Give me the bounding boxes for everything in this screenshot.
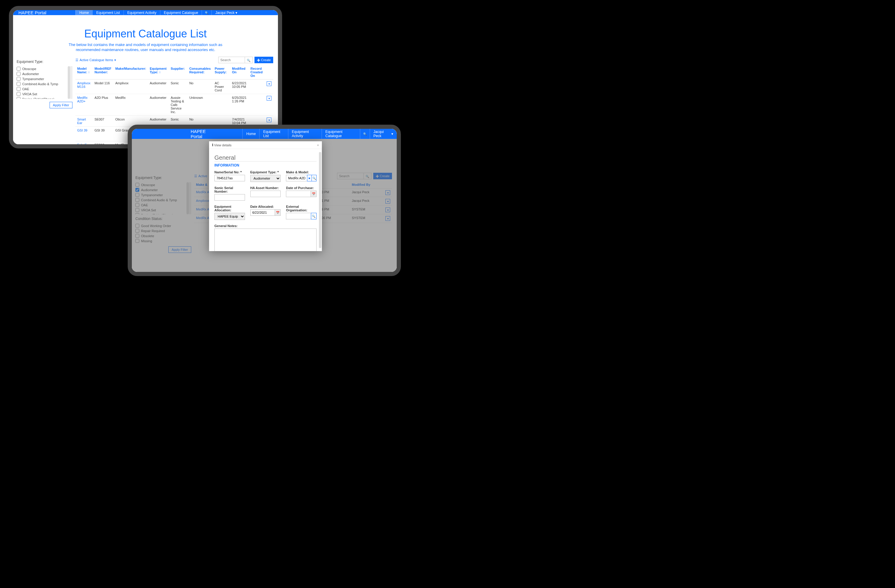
alloc-label: Equipment Allocation: <box>214 205 245 212</box>
navbar-2: HAPEE Portal Home Equipment List Equipme… <box>132 129 397 139</box>
dop-calendar-button[interactable] <box>311 191 317 197</box>
makemodel-label: Make & Model: <box>286 170 317 174</box>
filter-label: VROA Set <box>22 92 37 96</box>
tablet-details: HAPEE Portal Home Equipment List Equipme… <box>128 125 401 276</box>
extorg-input[interactable] <box>286 213 311 219</box>
model-link[interactable]: MedRx A2D+ <box>76 94 93 116</box>
eqtype-select[interactable]: Audiometer <box>250 175 281 182</box>
row-menu-button[interactable] <box>267 96 272 101</box>
row-menu-button[interactable] <box>267 118 272 122</box>
nav-user[interactable]: Jacqui Peck <box>211 10 241 15</box>
datealloc-calendar-button[interactable] <box>275 209 281 216</box>
modal-section: INFORMATION <box>214 163 317 167</box>
nav2-equipment-list[interactable]: Equipment List <box>259 129 288 139</box>
filter-option[interactable]: Device (Tablet/Phone) <box>17 97 68 99</box>
info-icon <box>212 143 213 147</box>
notes-label: General Notes: <box>214 224 317 228</box>
filter-option[interactable]: Audiometer <box>17 71 68 76</box>
nav-equipment-catalogue[interactable]: Equipment Catalogue <box>160 10 202 15</box>
filter-option[interactable]: OAE <box>17 86 68 91</box>
column-header[interactable]: Consumables Required: <box>187 65 213 80</box>
row-menu-button[interactable] <box>267 81 272 86</box>
extorg-label: External Organisation: <box>286 205 317 212</box>
sonic-input[interactable] <box>214 194 245 201</box>
extorg-search-button[interactable] <box>311 213 317 219</box>
apply-filter-button[interactable]: Apply Filter <box>50 102 73 108</box>
column-header[interactable]: Make/Manufacturer: <box>114 65 148 80</box>
filter-checkbox[interactable] <box>17 77 20 81</box>
nav-search-icon[interactable] <box>202 10 211 15</box>
model-link[interactable]: Amplivox M116 <box>76 80 93 94</box>
filter-label: Tympanometer <box>22 77 44 81</box>
filter-option[interactable]: Otoscope <box>17 66 68 71</box>
page-title: Equipment Catalogue List <box>13 27 278 40</box>
search-box <box>218 57 253 63</box>
ha-label: HA Asset Number: <box>250 186 281 189</box>
table-row: Amplivox M116 Model 116 Amplivox Audiome… <box>76 80 273 94</box>
nav2-equipment-activity[interactable]: Equipment Activity <box>288 129 322 139</box>
modal-title: View details <box>214 143 232 147</box>
name-input[interactable] <box>214 175 245 181</box>
filter-option[interactable]: Tympanometer <box>17 76 68 81</box>
modal-close-icon[interactable]: × <box>317 143 319 147</box>
filter-checkbox[interactable] <box>17 82 20 86</box>
filter-option[interactable]: VROA Set <box>17 91 68 97</box>
filter-checkbox[interactable] <box>17 87 20 91</box>
search-button[interactable] <box>245 57 253 63</box>
view-selector[interactable]: ☰ Active Catalogue Items <box>76 58 116 62</box>
makemodel-search-button[interactable] <box>312 175 317 181</box>
nav2-home[interactable]: Home <box>242 129 259 139</box>
makemodel-input[interactable] <box>286 175 307 181</box>
sort-icon[interactable] <box>159 70 161 74</box>
column-header[interactable]: Supplier: <box>169 65 188 80</box>
dop-label: Date of Purchase: <box>286 186 317 189</box>
brand-2: HAPEE Portal <box>185 129 221 139</box>
notes-textarea[interactable] <box>214 229 317 251</box>
nav2-equipment-catalogue[interactable]: Equipment Catalogue <box>322 129 360 139</box>
nav-equipment-list[interactable]: Equipment List <box>93 10 123 15</box>
sonic-label: Sonic Serial Number: <box>214 186 245 193</box>
filter-checkbox[interactable] <box>17 92 20 96</box>
alloc-select[interactable]: HAPEE Equipment S <box>214 213 245 220</box>
search-input[interactable] <box>218 57 245 63</box>
filter-checkbox[interactable] <box>17 67 20 71</box>
page-subtitle-2: recommended maintenance routines, user m… <box>13 47 278 52</box>
nav-home[interactable]: Home <box>76 10 93 15</box>
column-header[interactable]: Equipment Type: <box>148 65 169 80</box>
filter-label: Device (Tablet/Phone) <box>22 97 55 99</box>
model-link[interactable]: GSI 39 <box>76 127 93 141</box>
create-button[interactable]: Create <box>255 57 273 63</box>
filter-sidebar: Equipment Type: OtoscopeAudiometerTympan… <box>13 56 76 149</box>
column-header[interactable]: Modified On <box>230 65 249 80</box>
filter-label: Audiometer <box>22 72 39 76</box>
navbar: HAPEE Portal Home Equipment List Equipme… <box>13 10 278 15</box>
name-label: Name/Serial No: * <box>214 170 245 174</box>
brand: HAPEE Portal <box>13 10 52 15</box>
model-link[interactable]: EchoEar <box>76 141 93 149</box>
filter-checkbox[interactable] <box>17 97 20 99</box>
column-header[interactable]: Power Supply: <box>213 65 230 80</box>
page-subtitle-1: The below list contains the make and mod… <box>13 42 278 47</box>
column-header[interactable]: Model Name: <box>76 65 93 80</box>
column-header[interactable]: Record Created On <box>249 65 265 80</box>
datealloc-label: Date Allocated: <box>250 205 281 208</box>
datealloc-input[interactable] <box>250 209 275 216</box>
column-header[interactable]: Model/REF Number: <box>93 65 114 80</box>
filter-checkbox[interactable] <box>17 72 20 76</box>
model-link[interactable]: Smart Ear <box>76 116 93 127</box>
nav2-user[interactable]: Jacqui Peck <box>370 129 397 139</box>
table-row: MedRx A2D+ A2D Plus MedRx Audiometer Aus… <box>76 94 273 116</box>
filter-label: Otoscope <box>22 67 36 71</box>
filter-option[interactable]: Combined Audio & Tymp <box>17 81 68 86</box>
modal-scrollbar[interactable] <box>319 152 321 248</box>
ha-input[interactable] <box>250 191 281 197</box>
nav-equipment-activity[interactable]: Equipment Activity <box>123 10 160 15</box>
dop-input[interactable] <box>286 191 311 197</box>
makemodel-clear-button[interactable] <box>307 175 312 181</box>
filter-label: Combined Audio & Tymp <box>22 82 58 86</box>
nav2-search-icon[interactable] <box>360 129 370 139</box>
modal-heading: General <box>214 155 317 161</box>
filter-label: OAE <box>22 87 29 91</box>
sort-icon[interactable] <box>88 70 90 74</box>
view-details-modal: View details × General INFORMATION Name/… <box>209 141 322 251</box>
